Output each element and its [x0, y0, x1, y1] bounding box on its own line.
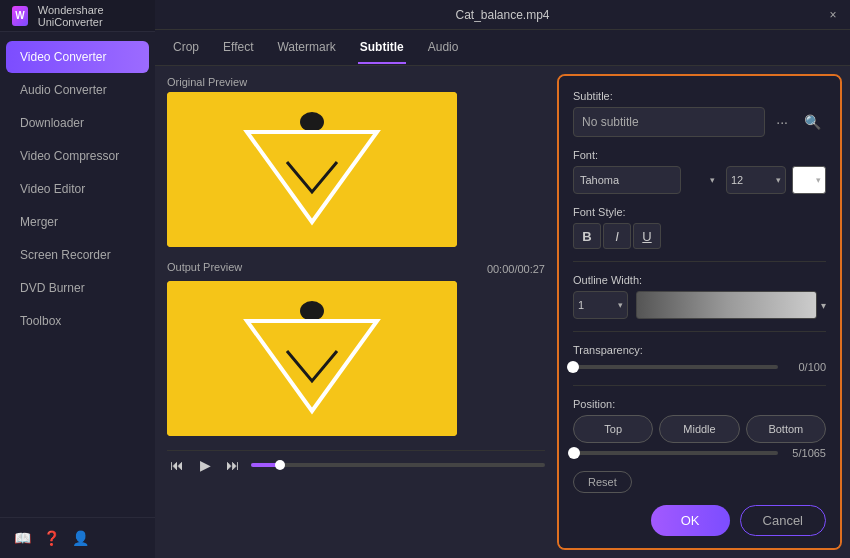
output-time: 00:00/00:27 — [487, 263, 545, 275]
progress-bar[interactable] — [251, 463, 545, 467]
subtitle-label: Subtitle: — [573, 90, 826, 102]
tab-effect[interactable]: Effect — [221, 32, 255, 64]
outline-color-arrow: ▾ — [821, 300, 826, 311]
tab-watermark[interactable]: Watermark — [275, 32, 337, 64]
output-preview-header: Output Preview 00:00/00:27 — [167, 261, 545, 277]
divider-2 — [573, 331, 826, 332]
position-slider-container: 5/1065 — [573, 447, 826, 459]
font-section: Font: Tahoma Arial Times New Roman 12 14 — [573, 149, 826, 194]
subtitle-search-button[interactable]: 🔍 — [799, 111, 826, 133]
content-panels: Original Preview Output Prev — [155, 66, 850, 558]
logo-letter: W — [15, 10, 24, 21]
subtitle-input[interactable] — [573, 107, 765, 137]
svg-point-1 — [300, 112, 324, 132]
bold-button[interactable]: B — [573, 223, 601, 249]
font-row: Tahoma Arial Times New Roman 12 14 16 18 — [573, 166, 826, 194]
skip-back-button[interactable]: ⏮ — [167, 457, 187, 473]
font-size-select-wrapper: 12 14 16 18 — [726, 166, 786, 194]
outline-label: Outline Width: — [573, 274, 826, 286]
sidebar-footer: 📖 ❓ 👤 — [0, 517, 155, 558]
tab-crop[interactable]: Crop — [171, 32, 201, 64]
output-preview-section: Output Preview 00:00/00:27 — [167, 261, 545, 436]
preview-panel: Original Preview Output Prev — [155, 66, 557, 558]
outline-section: Outline Width: 1 2 3 ▾ — [573, 274, 826, 319]
tabs-bar: Crop Effect Watermark Subtitle Audio — [155, 30, 850, 66]
sidebar-item-audio-converter[interactable]: Audio Converter — [6, 74, 149, 106]
app-header: W Wondershare UniConverter — [0, 0, 155, 32]
font-style-row: B I U — [573, 223, 826, 249]
main-content: Cat_balance.mp4 × Crop Effect Watermark … — [155, 0, 850, 558]
original-video-svg — [167, 92, 457, 247]
font-select[interactable]: Tahoma Arial Times New Roman — [573, 166, 681, 194]
position-middle-button[interactable]: Middle — [659, 415, 739, 443]
subtitle-settings-panel: Subtitle: ··· 🔍 Font: Tahoma Arial Times… — [557, 74, 842, 550]
position-buttons: Top Middle Bottom — [573, 415, 826, 443]
output-preview-label: Output Preview — [167, 261, 242, 273]
position-top-button[interactable]: Top — [573, 415, 653, 443]
skip-forward-button[interactable]: ⏭ — [223, 457, 243, 473]
sidebar-item-screen-recorder[interactable]: Screen Recorder — [6, 239, 149, 271]
sidebar-item-dvd-burner[interactable]: DVD Burner — [6, 272, 149, 304]
outline-select-wrapper: 1 2 3 — [573, 291, 628, 319]
divider-3 — [573, 385, 826, 386]
question-icon[interactable]: ❓ — [43, 530, 60, 546]
transparency-thumb — [567, 361, 579, 373]
tab-subtitle[interactable]: Subtitle — [358, 32, 406, 64]
position-section: Position: Top Middle Bottom — [573, 398, 826, 459]
user-icon[interactable]: 👤 — [72, 530, 89, 546]
window-close-button[interactable]: × — [826, 8, 840, 22]
sidebar-item-toolbox[interactable]: Toolbox — [6, 305, 149, 337]
reset-button[interactable]: Reset — [573, 471, 632, 493]
subtitle-input-row: ··· 🔍 — [573, 107, 826, 137]
outline-row: 1 2 3 ▾ — [573, 291, 826, 319]
font-size-select[interactable]: 12 14 16 18 — [726, 166, 786, 194]
app-name: Wondershare UniConverter — [38, 4, 143, 28]
position-value: 5/1065 — [786, 447, 826, 459]
font-style-label: Font Style: — [573, 206, 826, 218]
original-preview-section: Original Preview — [167, 76, 545, 247]
window-title: Cat_balance.mp4 — [455, 8, 549, 22]
svg-point-4 — [300, 301, 324, 321]
sidebar-nav: Video Converter Audio Converter Download… — [0, 32, 155, 517]
position-bottom-button[interactable]: Bottom — [746, 415, 826, 443]
position-label: Position: — [573, 398, 826, 410]
player-controls: ⏮ ▶ ⏭ — [167, 450, 545, 475]
panel-footer: OK Cancel — [573, 505, 826, 536]
sidebar-item-video-converter[interactable]: Video Converter — [6, 41, 149, 73]
font-select-wrapper: Tahoma Arial Times New Roman — [573, 166, 720, 194]
transparency-slider[interactable] — [573, 365, 778, 369]
play-button[interactable]: ▶ — [195, 457, 215, 473]
transparency-label: Transparency: — [573, 344, 826, 356]
divider-1 — [573, 261, 826, 262]
position-slider[interactable] — [573, 451, 778, 455]
output-preview-video — [167, 281, 457, 436]
sidebar: W Wondershare UniConverter Video Convert… — [0, 0, 155, 558]
cancel-button[interactable]: Cancel — [740, 505, 826, 536]
italic-button[interactable]: I — [603, 223, 631, 249]
subtitle-more-button[interactable]: ··· — [771, 111, 793, 133]
outline-color-container: ▾ — [636, 291, 826, 319]
font-color-select-wrapper — [792, 166, 826, 194]
tab-audio[interactable]: Audio — [426, 32, 461, 64]
book-icon[interactable]: 📖 — [14, 530, 31, 546]
ok-button[interactable]: OK — [651, 505, 730, 536]
outline-color-bar[interactable] — [636, 291, 817, 319]
font-style-section: Font Style: B I U — [573, 206, 826, 249]
window-titlebar: Cat_balance.mp4 × — [155, 0, 850, 30]
progress-thumb — [275, 460, 285, 470]
sidebar-item-merger[interactable]: Merger — [6, 206, 149, 238]
underline-button[interactable]: U — [633, 223, 661, 249]
font-label: Font: — [573, 149, 826, 161]
outline-width-select[interactable]: 1 2 3 — [573, 291, 628, 319]
original-preview-label: Original Preview — [167, 76, 545, 88]
font-color-picker[interactable] — [792, 166, 826, 194]
sidebar-item-video-editor[interactable]: Video Editor — [6, 173, 149, 205]
window-controls: × — [826, 8, 840, 22]
sidebar-item-video-compressor[interactable]: Video Compressor — [6, 140, 149, 172]
app-logo: W — [12, 6, 28, 26]
subtitle-section: Subtitle: ··· 🔍 — [573, 90, 826, 137]
sidebar-item-downloader[interactable]: Downloader — [6, 107, 149, 139]
output-video-svg — [167, 281, 457, 436]
reset-section: Reset — [573, 471, 826, 493]
original-preview-video — [167, 92, 457, 247]
